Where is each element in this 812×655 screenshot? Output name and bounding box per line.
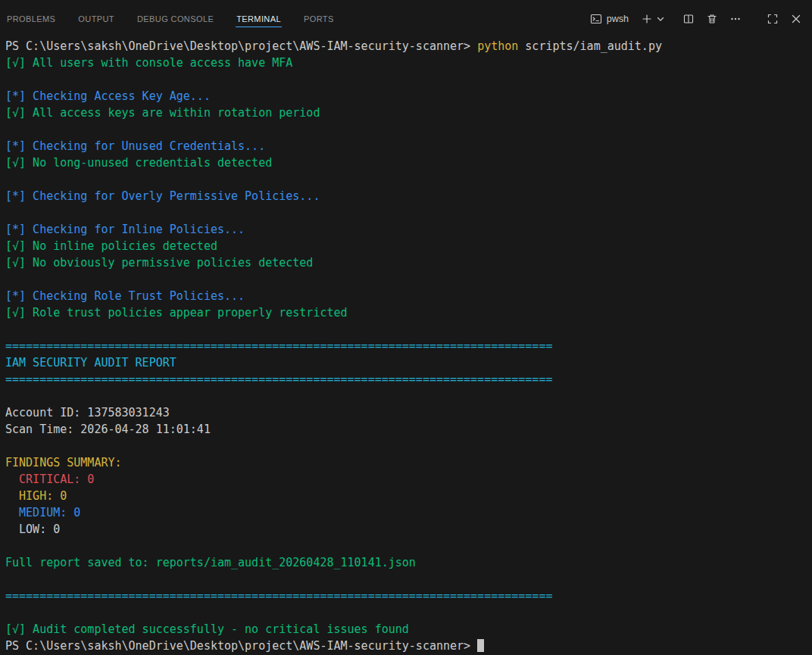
terminal-line: [5, 438, 812, 454]
terminal-line: [√] No long-unused credentials detected: [5, 154, 812, 171]
shell-selector[interactable]: pwsh: [587, 11, 632, 27]
terminal-actions: pwsh: [587, 11, 804, 27]
panel-header: PROBLEMSOUTPUTDEBUG CONSOLETERMINALPORTS…: [0, 0, 812, 37]
terminal-icon: [590, 13, 602, 25]
terminal-line: [5, 121, 812, 138]
terminal-line: [√] All users with console access have M…: [5, 55, 812, 71]
shell-label: pwsh: [607, 14, 629, 24]
terminal-line: [*] Checking Role Trust Policies...: [5, 288, 812, 304]
panel-tabs: PROBLEMSOUTPUTDEBUG CONSOLETERMINALPORTS: [6, 11, 335, 27]
launch-profile-dropdown[interactable]: [656, 12, 667, 26]
trash-icon: [706, 13, 718, 25]
terminal-line: HIGH: 0: [5, 488, 812, 504]
terminal-line: IAM SECURITY AUDIT REPORT: [5, 354, 812, 371]
tab-problems[interactable]: PROBLEMS: [6, 11, 56, 27]
terminal-line: [√] All access keys are within rotation …: [5, 104, 812, 121]
terminal-line: ========================================…: [5, 338, 812, 354]
terminal-line: Scan Time: 2026-04-28 11:01:41: [5, 421, 812, 438]
close-panel-button[interactable]: [788, 11, 804, 27]
terminal-line: [5, 571, 812, 588]
terminal-line: Full report saved to: reports/iam_audit_…: [5, 554, 812, 571]
terminal-line: [5, 271, 812, 288]
chevron-down-icon: [656, 14, 665, 23]
terminal-line: [√] Audit completed successfully - no cr…: [5, 621, 812, 638]
kill-terminal-button[interactable]: [704, 11, 720, 27]
terminal-line: [5, 321, 812, 338]
terminal-line: [*] Checking Access Key Age...: [5, 88, 812, 104]
terminal-line: [*] Checking for Overly Permissive Polic…: [5, 188, 812, 204]
plus-icon: [641, 13, 653, 25]
terminal-line: [5, 604, 812, 621]
terminal-line: PS C:\Users\saksh\OneDrive\Desktop\proje…: [5, 38, 812, 55]
terminal-line: [*] Checking for Unused Credentials...: [5, 138, 812, 154]
maximize-panel-button[interactable]: [764, 11, 781, 27]
terminal-line: [*] Checking for Inline Policies...: [5, 221, 812, 238]
terminal-line: [5, 71, 812, 88]
terminal-line: Account ID: 137583031243: [5, 404, 812, 421]
more-actions-button[interactable]: [727, 11, 744, 27]
terminal-line: PS C:\Users\saksh\OneDrive\Desktop\proje…: [5, 638, 812, 654]
tab-ports[interactable]: PORTS: [303, 11, 335, 27]
terminal-cursor: [477, 639, 484, 652]
split-pane-icon: [682, 13, 695, 25]
maximize-panel-icon: [767, 13, 779, 25]
close-icon: [790, 13, 802, 25]
terminal-output[interactable]: PS C:\Users\saksh\OneDrive\Desktop\proje…: [0, 37, 812, 655]
terminal-line: [√] No obviously permissive policies det…: [5, 254, 812, 271]
ellipsis-icon: [729, 13, 742, 25]
terminal-line: [5, 388, 812, 404]
tab-output[interactable]: OUTPUT: [77, 11, 115, 27]
terminal-line: ========================================…: [5, 588, 812, 604]
new-terminal-button[interactable]: [639, 11, 655, 27]
terminal-line: [√] No inline policies detected: [5, 238, 812, 254]
terminal-line: FINDINGS SUMMARY:: [5, 454, 812, 471]
terminal-line: [√] Role trust policies appear properly …: [5, 304, 812, 321]
terminal-line: ========================================…: [5, 371, 812, 388]
terminal-line: MEDIUM: 0: [5, 504, 812, 521]
terminal-line: [5, 204, 812, 221]
tab-debug-console[interactable]: DEBUG CONSOLE: [136, 11, 214, 27]
terminal-line: [5, 538, 812, 554]
terminal-panel: PROBLEMSOUTPUTDEBUG CONSOLETERMINALPORTS…: [0, 0, 812, 655]
terminal-line: [5, 171, 812, 188]
terminal-line: CRITICAL: 0: [5, 471, 812, 488]
terminal-line: LOW: 0: [5, 521, 812, 538]
tab-terminal[interactable]: TERMINAL: [236, 11, 282, 27]
split-terminal-button[interactable]: [680, 11, 697, 27]
